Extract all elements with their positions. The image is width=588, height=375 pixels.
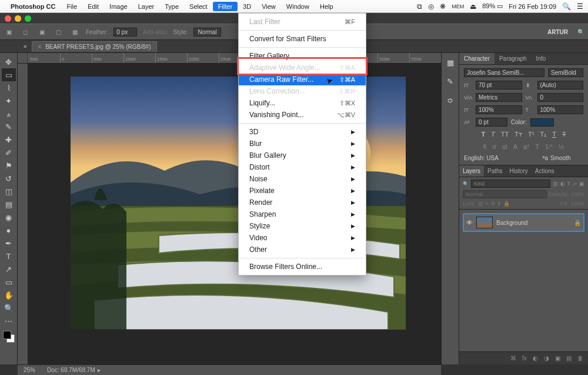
type-tool[interactable]: T — [2, 250, 16, 263]
hdd-icon[interactable]: ⏏ — [470, 2, 476, 11]
kerning-dropdown[interactable]: Metrics — [476, 93, 522, 102]
blur-tool[interactable]: ◉ — [2, 211, 16, 224]
app-name[interactable]: Photoshop CC — [11, 3, 55, 10]
sel-int-icon[interactable]: ▦ — [69, 26, 80, 37]
spotlight-icon[interactable]: 🔍 — [562, 2, 571, 11]
menu-view[interactable]: View — [256, 2, 281, 11]
menu-image[interactable]: Image — [104, 2, 133, 11]
tab-character[interactable]: Character — [459, 53, 495, 64]
text-color-swatch[interactable] — [530, 118, 554, 127]
adjustment-icon[interactable]: ◑ — [544, 355, 549, 361]
tab-close-icon[interactable]: × — [38, 44, 42, 50]
bold-button[interactable]: T — [479, 130, 487, 139]
italic-button[interactable]: T — [489, 130, 497, 139]
ot-ad[interactable]: aᵈ — [522, 142, 531, 151]
cc-icon[interactable]: ◎ — [428, 2, 434, 11]
layer-row[interactable]: 👁 Background 🔒 — [463, 213, 584, 232]
ot-half[interactable]: ½ — [557, 142, 566, 151]
filter-smart-icon[interactable]: ▣ — [579, 181, 584, 187]
new-layer-icon[interactable]: ▤ — [566, 355, 572, 361]
layer-name[interactable]: Background — [496, 220, 527, 226]
crop-tool[interactable]: ⟁ — [2, 107, 16, 120]
strike-button[interactable]: T — [560, 130, 568, 139]
link-layers-icon[interactable]: ⌘ — [510, 355, 516, 361]
menu-help[interactable]: Help — [315, 2, 339, 11]
close-window[interactable] — [5, 15, 11, 22]
menu-lens-correction[interactable]: Lens Correction...⇧⌘R — [239, 85, 366, 97]
gradient-tool[interactable]: ▤ — [2, 198, 16, 211]
menu-3d-sub[interactable]: 3D▶ — [239, 126, 366, 138]
swatches-icon[interactable]: ▦ — [445, 57, 456, 68]
antialias-dropdown[interactable]: Smooth — [550, 155, 583, 161]
menu-edit[interactable]: Edit — [82, 2, 104, 11]
menu-stylize-sub[interactable]: Stylize▶ — [239, 220, 366, 232]
fx-icon[interactable]: fx — [522, 355, 527, 361]
superscript-button[interactable]: T¹ — [526, 130, 536, 139]
menu-distort-sub[interactable]: Distort▶ — [239, 161, 366, 173]
workspace-switcher[interactable]: ARTUR — [547, 29, 568, 35]
menu-other-sub[interactable]: Other▶ — [239, 244, 366, 255]
datetime[interactable]: Fri 26 Feb 19:09 — [509, 3, 556, 10]
zoom-level[interactable]: 25% — [24, 367, 35, 373]
battery-status[interactable]: 89% ▭ — [482, 2, 503, 10]
menu-noise-sub[interactable]: Noise▶ — [239, 173, 366, 185]
allcaps-button[interactable]: TT — [499, 130, 510, 139]
menu-browse-filters[interactable]: Browse Filters Online... — [239, 261, 366, 273]
subscript-button[interactable]: T₁ — [538, 130, 548, 139]
font-size-input[interactable]: 70 pt — [476, 81, 522, 89]
sel-sub-icon[interactable]: ▢ — [53, 26, 64, 37]
move-tool[interactable]: ✥ — [2, 55, 16, 68]
ot-A[interactable]: A — [512, 142, 519, 151]
blend-mode-dropdown[interactable]: Normal — [463, 190, 547, 198]
filter-type-icon[interactable]: T — [567, 181, 571, 187]
menu-liquify[interactable]: Liquify...⇧⌘X — [239, 97, 366, 109]
brushes-icon[interactable]: ✎ — [445, 75, 456, 87]
font-weight-dropdown[interactable]: SemiBold — [548, 68, 583, 77]
language-dropdown[interactable]: English: USA — [464, 155, 540, 161]
shape-tool[interactable]: ▭ — [2, 276, 16, 288]
history-brush-tool[interactable]: ↺ — [2, 172, 16, 185]
pen-tool[interactable]: ✒ — [2, 237, 16, 250]
dodge-tool[interactable]: ● — [2, 224, 16, 237]
lock-icons[interactable]: ▥ ✎ ✥ ⬍ 🔒 — [478, 201, 510, 207]
path-tool[interactable]: ↗ — [2, 263, 16, 276]
font-family-dropdown[interactable]: Josefin Sans SemiB... — [464, 68, 544, 77]
color-swatches[interactable] — [3, 331, 15, 343]
menu-sharpen-sub[interactable]: Sharpen▶ — [239, 208, 366, 220]
sel-add-icon[interactable]: ▣ — [36, 26, 47, 37]
lasso-tool[interactable]: ⌇ — [2, 81, 16, 94]
menu-window[interactable]: Window — [281, 2, 315, 11]
ot-T[interactable]: T — [533, 142, 541, 151]
maximize-window[interactable] — [25, 15, 31, 22]
ot-st[interactable]: st — [500, 142, 509, 151]
tab-actions[interactable]: Actions — [532, 165, 558, 177]
menu-camera-raw-filter[interactable]: Camera Raw Filter...⇧⌘A ➤ — [239, 74, 366, 85]
menu-file[interactable]: File — [61, 2, 82, 11]
healing-tool[interactable]: ✚ — [2, 133, 16, 146]
opacity-value[interactable]: 100% — [571, 191, 584, 197]
feather-input[interactable] — [113, 28, 137, 36]
evernote-icon[interactable]: ❋ — [440, 2, 446, 11]
brush-tool[interactable]: ✐ — [2, 146, 16, 159]
underline-button[interactable]: T — [550, 130, 558, 139]
filter-adjust-icon[interactable]: ◐ — [560, 181, 565, 187]
menu-pixelate-sub[interactable]: Pixelate▶ — [239, 185, 366, 197]
ot-1st[interactable]: 1ˢᵗ — [543, 142, 554, 151]
stamp-tool[interactable]: ⚑ — [2, 159, 16, 172]
hscale-input[interactable]: 100% — [537, 105, 584, 114]
tab-paragraph[interactable]: Paragraph — [495, 53, 532, 64]
menu-blur-sub[interactable]: Blur▶ — [239, 138, 366, 150]
kind-dropdown[interactable]: Kind — [471, 180, 550, 188]
menu-render-sub[interactable]: Render▶ — [239, 197, 366, 208]
document-tab[interactable]: × BEART PRESETS.jpg @ 25% (RGB/8#) — [32, 41, 158, 52]
edit-toolbar[interactable]: ⋯ — [2, 314, 16, 327]
wand-tool[interactable]: ✦ — [2, 94, 16, 107]
zoom-tool[interactable]: 🔍 — [2, 301, 16, 314]
fill-value[interactable]: 100% — [571, 201, 584, 207]
ot-sigma[interactable]: σ — [490, 142, 498, 151]
tracking-input[interactable]: 0 — [537, 93, 584, 102]
filter-kind-icon[interactable]: 🔍 — [463, 181, 469, 187]
adjust-icon[interactable]: ≎ — [445, 94, 456, 106]
baseline-input[interactable]: 0 pt — [476, 118, 507, 127]
marquee-tool[interactable]: ▭ — [2, 68, 16, 81]
